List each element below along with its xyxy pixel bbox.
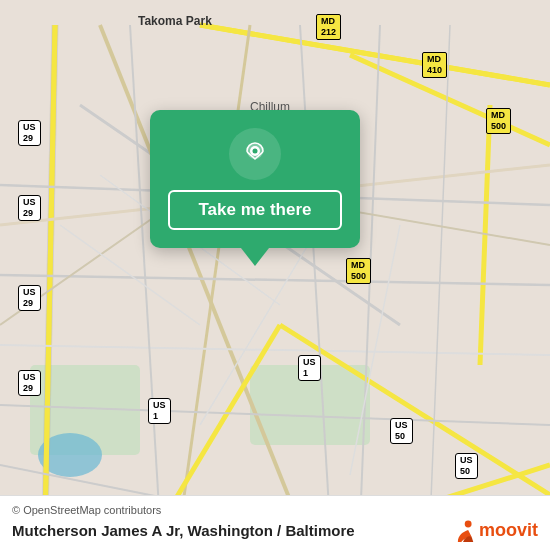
svg-point-37 [465,521,472,528]
road-badge-us50-1: US50 [455,453,478,479]
map-container: Takoma Park Chillum US29 US29 US29 US29 … [0,0,550,550]
moovit-icon [451,518,475,542]
road-badge-us50-2: US50 [390,418,413,444]
road-badge-us29-bot: US29 [18,370,41,396]
road-badge-us1-1: US1 [298,355,321,381]
road-badge-md410: MD410 [422,52,447,78]
bottom-bar: © OpenStreetMap contributors Mutcherson … [0,495,550,550]
road-badge-md500-mid: MD500 [346,258,371,284]
location-pin-circle [229,128,281,180]
map-popup: Take me there [150,110,360,248]
copyright-text: © OpenStreetMap contributors [12,504,538,516]
location-pin-icon [239,138,271,170]
moovit-logo: moovit [451,518,538,542]
road-badge-md212: MD212 [316,14,341,40]
take-me-there-button[interactable]: Take me there [168,190,342,230]
road-badge-md500-top: MD500 [486,108,511,134]
road-badge-us29-mid: US29 [18,195,41,221]
road-badge-us29-top: US29 [18,120,41,146]
moovit-text: moovit [479,520,538,541]
road-badge-us1-2: US1 [148,398,171,424]
location-title: Mutcherson James A Jr, Washington / Balt… [12,522,355,539]
svg-point-36 [253,149,258,154]
road-badge-us29-low: US29 [18,285,41,311]
